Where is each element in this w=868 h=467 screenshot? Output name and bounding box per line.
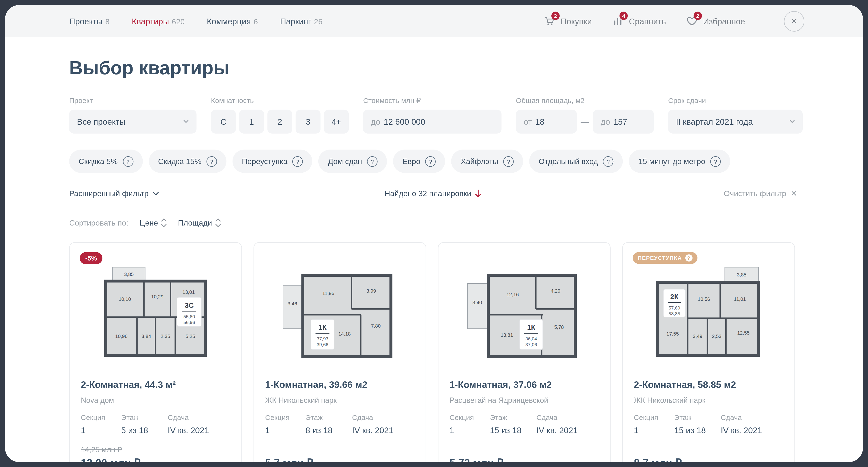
- apartment-details: Секция 1 Этаж 5 из 18 Сдача IV кв. 2021: [81, 413, 230, 435]
- apartment-selector-panel: Проекты8 Квартиры620 Коммерция6 Паркинг2…: [5, 5, 863, 462]
- svg-text:12,55: 12,55: [737, 330, 749, 335]
- section-value: 1: [450, 426, 490, 435]
- question-icon[interactable]: ?: [292, 156, 303, 167]
- results-toolbar: Расширенный фильтр Найдено 32 планировки…: [69, 188, 797, 199]
- top-bar: Проекты8 Квартиры620 Коммерция6 Паркинг2…: [5, 5, 863, 37]
- chip-separate-entrance[interactable]: Отдельный вход ?: [529, 150, 623, 173]
- question-icon[interactable]: ?: [367, 156, 378, 167]
- question-icon[interactable]: ?: [425, 156, 436, 167]
- rooms-buttons: С 1 2 3 4+: [211, 110, 349, 134]
- clear-filter-button[interactable]: Очистить фильтр ✕: [724, 189, 797, 198]
- chip-highflats[interactable]: Хайфлэты ?: [451, 150, 523, 173]
- apartment-card[interactable]: 3,40 12,16 4,29 5,78 13,81: [438, 242, 611, 462]
- question-icon[interactable]: ?: [503, 156, 514, 167]
- section-value: 1: [81, 426, 121, 435]
- floor-plan: 3,85 10,56 11,01 17,55: [634, 266, 783, 365]
- svg-text:3С: 3С: [185, 301, 194, 309]
- old-price: [634, 445, 783, 455]
- floor-value: 15 из 18: [490, 426, 536, 435]
- filter-price: Стоимость млн ₽ до 12 600 000: [363, 96, 501, 134]
- svg-text:3,85: 3,85: [737, 272, 747, 278]
- svg-text:3,85: 3,85: [124, 271, 134, 277]
- price-block: 8,7 млн ₽: [634, 445, 783, 462]
- apartment-card[interactable]: 3,46 11,96 3,99 7,80 14,18: [253, 242, 426, 462]
- purchases-button[interactable]: 2 Покупки: [544, 15, 592, 27]
- project-name: Nova дом: [81, 396, 230, 404]
- chevron-down-icon: [153, 192, 159, 195]
- filter-area-label: Общая площадь, м2: [516, 96, 654, 105]
- chip-house-done[interactable]: Дом сдан ?: [318, 150, 387, 173]
- svg-text:39,66: 39,66: [317, 342, 328, 347]
- nav-item-projects[interactable]: Проекты8: [69, 17, 110, 26]
- handover-value: IV кв. 2021: [536, 426, 578, 435]
- project-select[interactable]: Все проекты: [69, 110, 196, 134]
- nav-item-parking[interactable]: Паркинг26: [280, 17, 322, 26]
- project-name: Расцветай на Ядринцевской: [450, 396, 599, 404]
- handover-value: IV кв. 2021: [168, 426, 209, 435]
- filter-project: Проект Все проекты: [69, 96, 196, 134]
- heart-icon: 2: [686, 15, 698, 27]
- discount-badge: -5%: [80, 252, 103, 264]
- chip-metro-15min[interactable]: 15 минут до метро ?: [629, 150, 730, 173]
- svg-text:10,10: 10,10: [119, 296, 131, 302]
- rooms-option-2[interactable]: 2: [268, 110, 292, 134]
- rooms-option-studio[interactable]: С: [211, 110, 236, 134]
- apartment-card[interactable]: ПЕРЕУСТУПКА ? 3,85: [622, 242, 795, 462]
- price-max-input[interactable]: до 12 600 000: [363, 110, 501, 134]
- chip-discount-15[interactable]: Скидка 15% ?: [149, 150, 226, 173]
- area-from-input[interactable]: от 18: [516, 110, 577, 134]
- price: 8,7 млн ₽: [634, 457, 783, 462]
- apartment-card[interactable]: -5% 3,85: [69, 242, 242, 462]
- sort-label: Сортировать по:: [69, 218, 128, 227]
- svg-text:37,06: 37,06: [525, 342, 537, 347]
- rooms-option-1[interactable]: 1: [239, 110, 264, 134]
- compare-button[interactable]: 4 Сравнить: [612, 15, 666, 27]
- assignment-badge: ПЕРЕУСТУПКА ?: [633, 252, 698, 264]
- svg-text:3,49: 3,49: [693, 333, 703, 339]
- svg-text:2К: 2К: [671, 293, 679, 300]
- deadline-select[interactable]: II квартал 2021 года: [668, 110, 803, 134]
- nav-item-commerce[interactable]: Коммерция6: [207, 17, 258, 26]
- old-price: 14,25 млн ₽: [81, 445, 230, 455]
- rooms-option-3[interactable]: 3: [296, 110, 320, 134]
- sort-by-price[interactable]: Цене: [139, 218, 167, 227]
- price: 5,7 млн ₽: [265, 457, 414, 462]
- price-block: 5,7 млн ₽: [265, 445, 414, 462]
- question-icon[interactable]: ?: [123, 156, 133, 167]
- handover-value: IV кв. 2021: [721, 426, 762, 435]
- filter-deadline-label: Срок сдачи: [668, 96, 803, 105]
- rooms-option-4plus[interactable]: 4+: [324, 110, 349, 134]
- apartment-title: 1-Комнатная, 39.66 м2: [265, 380, 414, 391]
- question-icon[interactable]: ?: [207, 156, 217, 167]
- chevron-down-icon: [183, 120, 189, 123]
- svg-text:12,16: 12,16: [506, 292, 519, 297]
- chip-euro[interactable]: Евро ?: [393, 150, 445, 173]
- question-icon[interactable]: ?: [603, 156, 614, 167]
- favorites-badge: 2: [693, 11, 702, 20]
- floor-value: 15 из 18: [674, 426, 721, 435]
- advanced-filter-toggle[interactable]: Расширенный фильтр: [69, 189, 159, 198]
- nav-item-apartments[interactable]: Квартиры620: [132, 17, 185, 26]
- purchases-badge: 2: [551, 11, 559, 20]
- svg-text:13,01: 13,01: [182, 289, 195, 295]
- svg-text:4,29: 4,29: [551, 288, 560, 294]
- svg-text:1К: 1К: [527, 323, 535, 331]
- close-button[interactable]: ✕: [784, 11, 804, 31]
- content-area: Выбор квартиры Проект Все проекты Комнат…: [5, 57, 863, 462]
- apartment-title: 2-Комнатная, 58.85 м2: [634, 380, 783, 391]
- sort-by-area[interactable]: Площади: [178, 218, 221, 227]
- sort-row: Сортировать по: Цене Площади: [69, 218, 797, 227]
- found-count-link[interactable]: Найдено 32 планировки: [384, 189, 482, 198]
- favorites-button[interactable]: 2 Избранное: [686, 15, 745, 27]
- chip-discount-5[interactable]: Скидка 5% ?: [69, 150, 143, 173]
- close-icon: ✕: [791, 17, 797, 26]
- project-name: ЖК Никольский парк: [634, 396, 783, 404]
- filters-row: Проект Все проекты Комнатность С 1 2 3 4…: [69, 96, 797, 134]
- floor-value: 8 из 18: [306, 426, 352, 435]
- chip-assignment[interactable]: Переуступка ?: [232, 150, 313, 173]
- svg-text:13,81: 13,81: [501, 332, 513, 338]
- question-icon[interactable]: ?: [710, 156, 721, 167]
- svg-text:10,29: 10,29: [151, 294, 163, 299]
- svg-text:17,55: 17,55: [666, 331, 679, 337]
- area-to-input[interactable]: до 157: [593, 110, 654, 134]
